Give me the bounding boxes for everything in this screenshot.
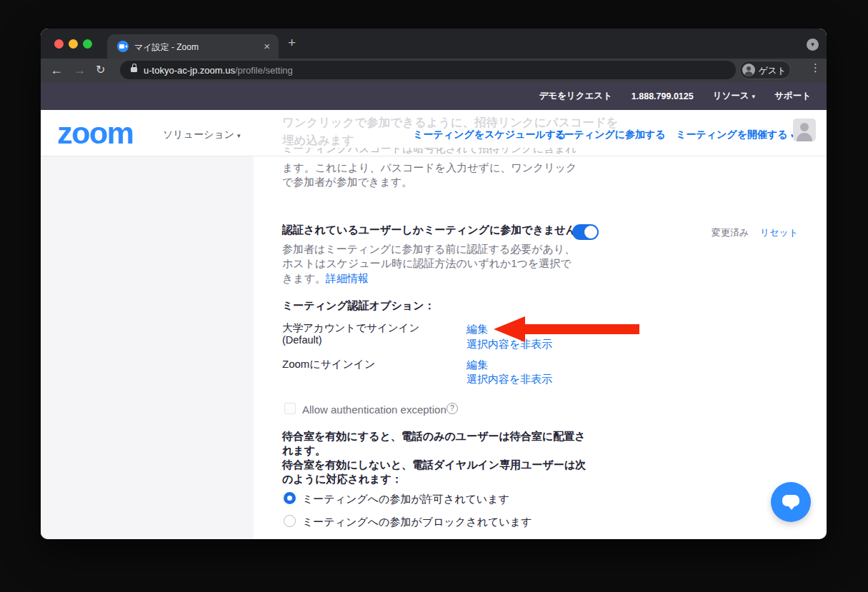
chat-support-button[interactable] xyxy=(771,482,811,522)
chat-bubble-tail-icon xyxy=(788,506,795,510)
help-icon[interactable]: ? xyxy=(447,403,458,414)
address-bar[interactable]: u-tokyo-ac-jp.zoom.us/profile/setting xyxy=(120,61,736,79)
auth-setting-toggle[interactable] xyxy=(572,224,599,240)
auth-option-zoom-label: Zoomにサインイン xyxy=(282,358,375,371)
red-arrow-annotation xyxy=(491,315,641,343)
avatar-head-icon xyxy=(800,123,809,131)
zoom-logo[interactable]: zoom xyxy=(57,116,133,150)
active-tab[interactable]: マイ設定 - Zoom × xyxy=(107,34,279,59)
radio-block-join-label: ミーティングへの参加がブロックされています xyxy=(302,516,532,529)
waiting-room-paragraph-2: 待合室を有効にしないと、電話ダイヤルイン専用ユーザーは次 のように対応されます： xyxy=(282,458,586,486)
radio-allow-join-label: ミーティングへの参加が許可されています xyxy=(302,493,509,506)
browser-profile-button[interactable]: ゲスト xyxy=(739,61,791,79)
learn-more-link[interactable]: 詳細情報 xyxy=(326,272,369,284)
auth-setting-description: 参加者はミーティングに参加する前に認証する必要があり、 ホストはスケジュール時に… xyxy=(282,242,575,286)
back-icon[interactable]: ← xyxy=(50,61,63,79)
obscured-cut-text: ミーティングパスコードは暗号化されて招待リンクに含まれ xyxy=(282,148,618,156)
toggle-knob xyxy=(584,226,597,239)
request-demo-link[interactable]: デモをリクエスト xyxy=(539,90,612,102)
new-tab-button[interactable]: + xyxy=(288,35,296,51)
chevron-down-icon: ▾ xyxy=(237,132,241,139)
auth-options-heading: ミーティング認証オプション： xyxy=(282,299,435,313)
radio-block-join[interactable] xyxy=(284,515,296,527)
window-minimize-button[interactable] xyxy=(69,39,78,49)
auth-setting-title: 認証されているユーザーしかミーティングに参加できません xyxy=(282,224,577,236)
forward-icon[interactable]: → xyxy=(73,61,86,79)
solutions-menu[interactable]: ソリューション▾ xyxy=(163,129,241,141)
camera-lens-icon xyxy=(125,45,127,48)
reload-icon[interactable]: ↻ xyxy=(96,61,105,79)
camera-icon xyxy=(119,44,124,49)
support-link[interactable]: サポート xyxy=(774,90,811,102)
lock-icon xyxy=(131,67,137,72)
chevron-down-icon: ▾ xyxy=(752,93,756,100)
avatar-body-icon xyxy=(797,133,812,141)
settings-sidebar xyxy=(41,156,254,539)
resources-menu[interactable]: リソース▾ xyxy=(713,90,755,102)
reset-link[interactable]: リセット xyxy=(760,226,798,239)
avatar-body-icon xyxy=(744,71,753,77)
join-meeting-link[interactable]: ミーティングに参加する xyxy=(554,129,666,141)
obscured-cut-text-line: ミーティングパスコードは暗号化されて招待リンクに含まれ xyxy=(282,148,618,156)
auth-option-zoom-actions: 編集 選択内容を非表示 xyxy=(467,358,552,386)
guest-avatar-icon xyxy=(742,64,755,76)
browser-tab-strip: マイ設定 - Zoom × + ▾ xyxy=(41,29,827,59)
phone-number-link[interactable]: 1.888.799.0125 xyxy=(632,91,694,101)
zoom-site-header: ワンクリックで参加できるように、招待リンクにパスコードを 埋め込みます ミーティ… xyxy=(41,110,827,156)
browser-menu-icon[interactable]: ⋮ xyxy=(810,61,821,74)
modified-status-label: 変更済み xyxy=(712,226,749,239)
obscured-heading-line2: 埋め込みます xyxy=(282,133,354,149)
host-meeting-label: ミーティングを開催する xyxy=(676,129,788,140)
zoom-favicon-icon xyxy=(117,41,129,52)
host-meeting-menu[interactable]: ミーティングを開催する▾ xyxy=(676,129,794,141)
browser-window: マイ設定 - Zoom × + ▾ ← → ↻ u-tokyo-ac-jp.zo… xyxy=(41,29,827,539)
waiting-room-paragraph-1: 待合室を有効にすると、電話のみのユーザーは待合室に配置さ れます。 xyxy=(282,429,586,457)
resources-label: リソース xyxy=(713,91,749,101)
url-domain: u-tokyo-ac-jp.zoom.us xyxy=(144,65,235,76)
embed-passcode-description: ます。これにより、パスコードを入力せずに、ワンクリック で参加者が参加できます。 xyxy=(282,161,577,189)
schedule-meeting-link[interactable]: ミーティングをスケジュールする xyxy=(413,129,566,141)
url-text: u-tokyo-ac-jp.zoom.us/profile/setting xyxy=(144,65,293,76)
avatar-head-icon xyxy=(747,66,751,71)
tab-title: マイ設定 - Zoom xyxy=(134,41,199,54)
tab-close-icon[interactable]: × xyxy=(264,40,270,52)
url-path: /profile/setting xyxy=(235,65,293,76)
auth-exception-label: Allow authentication exception xyxy=(302,403,447,416)
desktop-background: マイ設定 - Zoom × + ▾ ← → ↻ u-tokyo-ac-jp.zo… xyxy=(0,0,868,592)
zoom-top-bar: デモをリクエスト 1.888.799.0125 リソース▾ サポート xyxy=(41,82,827,110)
auth-exception-checkbox[interactable] xyxy=(284,403,296,414)
browser-toolbar: ← → ↻ u-tokyo-ac-jp.zoom.us/profile/sett… xyxy=(41,59,827,82)
chat-bubble-icon xyxy=(782,495,799,506)
window-close-button[interactable] xyxy=(54,39,64,49)
auth-option-university-label: 大学アカウントでサインイン (Default) xyxy=(282,322,419,346)
edit-link[interactable]: 編集 xyxy=(467,358,552,372)
tab-search-button[interactable]: ▾ xyxy=(807,39,819,51)
hide-selection-link[interactable]: 選択内容を非表示 xyxy=(467,372,552,386)
window-zoom-button[interactable] xyxy=(83,39,92,49)
radio-allow-join[interactable] xyxy=(284,492,296,504)
guest-label: ゲスト xyxy=(759,65,786,77)
user-avatar[interactable] xyxy=(793,119,816,141)
solutions-label: ソリューション xyxy=(163,129,234,140)
